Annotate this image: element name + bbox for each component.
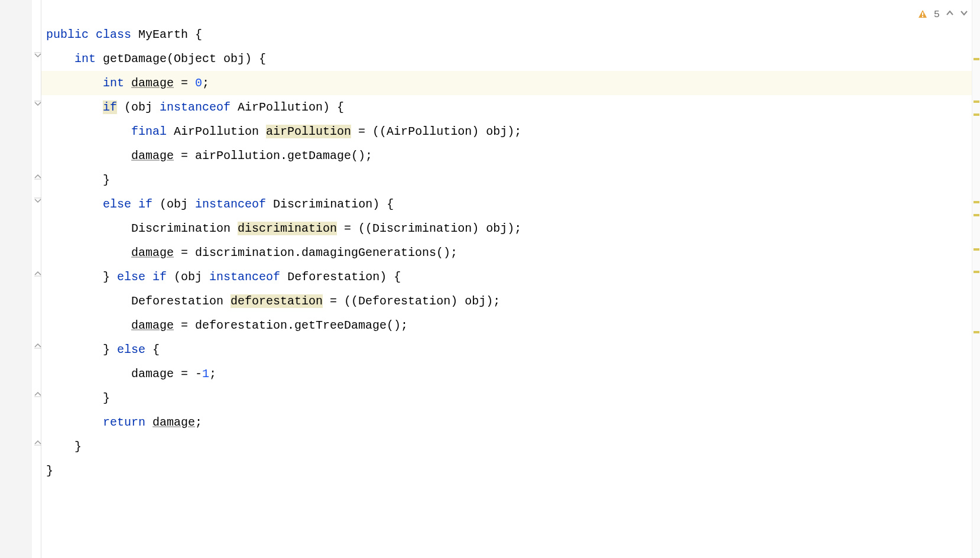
- code-line[interactable]: }: [41, 386, 980, 410]
- warning-stripe[interactable]: [973, 113, 979, 116]
- svg-rect-1: [922, 16, 923, 17]
- code-line[interactable]: Deforestation deforestation = ((Deforest…: [41, 289, 980, 313]
- code-line[interactable]: if (obj instanceof AirPollution) {: [41, 95, 980, 119]
- code-line[interactable]: } else if (obj instanceof Deforestation)…: [41, 265, 980, 289]
- warning-stripe[interactable]: [973, 248, 979, 251]
- code-line[interactable]: } else {: [41, 338, 980, 362]
- warning-stripe[interactable]: [973, 331, 979, 333]
- inspection-toolbar: 5: [917, 8, 968, 20]
- code-line[interactable]: Discrimination discrimination = ((Discri…: [41, 216, 980, 241]
- code-line[interactable]: damage = -1;: [41, 362, 980, 386]
- code-line[interactable]: }: [41, 459, 980, 483]
- warning-stripe[interactable]: [973, 201, 979, 203]
- warning-count: 5: [934, 9, 940, 20]
- warning-icon[interactable]: [917, 9, 928, 20]
- code-line-current[interactable]: int damage = 0;: [41, 71, 980, 95]
- next-highlight-icon[interactable]: [960, 8, 968, 20]
- warning-stripe[interactable]: [973, 100, 979, 103]
- editor-gutter: [0, 0, 41, 558]
- warning-stripe[interactable]: [973, 58, 979, 60]
- code-line[interactable]: int getDamage(Object obj) {: [41, 47, 980, 71]
- prev-highlight-icon[interactable]: [946, 8, 954, 20]
- error-stripe-bar[interactable]: [972, 0, 980, 558]
- code-line[interactable]: public class MyEarth {: [41, 22, 980, 47]
- gutter-background: [0, 0, 32, 558]
- code-line[interactable]: damage = airPollution.getDamage();: [41, 144, 980, 168]
- warning-stripe[interactable]: [973, 271, 979, 273]
- code-line[interactable]: damage = deforestation.getTreeDamage();: [41, 313, 980, 338]
- code-line[interactable]: else if (obj instanceof Discrimination) …: [41, 192, 980, 216]
- code-line[interactable]: return damage;: [41, 410, 980, 434]
- svg-rect-0: [922, 12, 923, 15]
- warning-stripe[interactable]: [973, 214, 979, 216]
- code-line[interactable]: damage = discrimination.damagingGenerati…: [41, 241, 980, 265]
- code-line[interactable]: }: [41, 434, 980, 459]
- code-editor[interactable]: 5 public class MyEarth { int getDamage(O…: [41, 0, 980, 558]
- code-line[interactable]: }: [41, 168, 980, 192]
- code-line[interactable]: final AirPollution airPollution = ((AirP…: [41, 119, 980, 144]
